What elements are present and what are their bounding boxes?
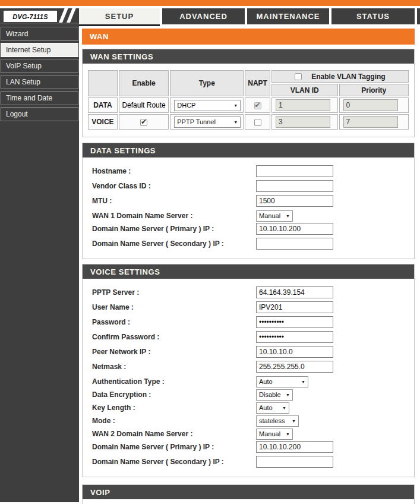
device-model-label: DVG-7111S: [4, 11, 57, 22]
form-row: Data Encryption : Disable▼: [92, 389, 414, 401]
peer-network-ip-input[interactable]: [256, 346, 333, 358]
form-row: User Name :: [92, 301, 414, 313]
authentication-type-select[interactable]: Auto▼: [256, 376, 308, 388]
vendor-class-id-label: Vendor Class ID :: [92, 182, 256, 190]
voice-priority-input: [343, 116, 398, 128]
user-name-input[interactable]: [256, 301, 333, 313]
voice-dns-secondary-label: Domain Name Server ( Secondary ) IP :: [92, 458, 256, 466]
mode-label: Mode :: [92, 417, 256, 425]
voice-settings-section: VOICE SETTINGS PPTP Server : User Name :…: [82, 264, 415, 477]
wan-settings-section: WAN SETTINGS Enable Type NAPT Enable VLA…: [82, 49, 415, 137]
sidebar-item-lan-setup[interactable]: LAN Setup: [1, 75, 78, 89]
wan1-dns-select[interactable]: Manual▼: [256, 210, 293, 222]
chevron-down-icon: ▼: [286, 432, 290, 436]
form-row: Peer Network IP :: [92, 346, 414, 358]
netmask-input[interactable]: [256, 361, 333, 373]
enable-vlan-tagging-checkbox[interactable]: [295, 73, 302, 80]
voice-enable-checkbox[interactable]: [140, 119, 147, 126]
chevron-down-icon: ▼: [286, 393, 290, 397]
tab-partial-sliver: [417, 8, 420, 24]
tab-advanced[interactable]: ADVANCED: [162, 8, 245, 24]
form-row: MTU :: [92, 195, 414, 207]
wan-row-voice: VOICE PPTP Tunnel▼: [88, 114, 409, 130]
wan-col-priority: Priority: [339, 84, 409, 96]
data-dns-primary-label: Domain Name Server ( Primary ) IP :: [92, 225, 256, 233]
sidebar-item-voip-setup[interactable]: VoIP Setup: [1, 59, 78, 73]
wan-col-type: Type: [170, 70, 244, 96]
wan-table: Enable Type NAPT Enable VLAN Tagging VLA…: [87, 69, 410, 131]
form-row: Domain Name Server ( Primary ) IP :: [92, 223, 414, 235]
data-napt-checkbox: [254, 102, 261, 109]
data-type-select[interactable]: DHCP▼: [174, 100, 241, 111]
voice-dns-primary-input[interactable]: [256, 441, 333, 453]
tab-status[interactable]: STATUS: [331, 8, 415, 24]
chevron-down-icon: ▼: [286, 214, 290, 218]
voip-header: VOIP: [83, 485, 414, 499]
data-dns-primary-input[interactable]: [256, 223, 333, 235]
wan-col-enable: Enable: [119, 70, 169, 96]
wan-row-voice-label: VOICE: [88, 114, 118, 130]
chevron-down-icon: ▼: [292, 419, 296, 423]
form-row: Hostname :: [92, 165, 414, 177]
sidebar-menu: Wizard Internet Setup VoIP Setup LAN Set…: [0, 24, 79, 121]
wan-row-data-label: DATA: [88, 97, 118, 113]
form-row: Netmask :: [92, 361, 414, 373]
sidebar-item-time-and-date[interactable]: Time and Date: [1, 91, 78, 105]
wan-col-vlan-tagging: Enable VLAN Tagging: [271, 70, 409, 83]
data-encryption-label: Data Encryption :: [92, 390, 256, 399]
voice-type-select[interactable]: PPTP Tunnel▼: [174, 116, 241, 128]
voice-napt-checkbox[interactable]: [254, 119, 261, 126]
form-row: Vendor Class ID :: [92, 180, 414, 192]
top-nav-tabs: SETUP ADVANCED MAINTENANCE STATUS: [79, 8, 420, 29]
sidebar-item-logout[interactable]: Logout: [1, 107, 78, 121]
key-length-select[interactable]: Auto▼: [256, 402, 289, 414]
voice-vlan-id-input: [276, 116, 330, 128]
key-length-label: Key Length :: [92, 404, 256, 412]
chevron-down-icon: ▼: [233, 120, 238, 124]
data-priority-input: [343, 99, 398, 111]
vendor-class-id-input[interactable]: [256, 180, 333, 192]
voip-section: VOIP Connection : VOICE▼: [82, 484, 415, 504]
wan2-dns-select[interactable]: Manual▼: [256, 429, 293, 440]
form-row: PPTP Server :: [92, 286, 414, 298]
data-settings-section: DATA SETTINGS Hostname : Vendor Class ID…: [82, 143, 415, 259]
wan-row-data: DATA Default Route DHCP▼: [88, 97, 409, 113]
form-row: Key Length : Auto▼: [92, 402, 414, 414]
form-row: Domain Name Server ( Secondary ) IP :: [92, 456, 414, 468]
tab-maintenance[interactable]: MAINTENANCE: [247, 8, 329, 24]
mode-select[interactable]: stateless▼: [256, 415, 299, 427]
form-row: Mode : stateless▼: [92, 415, 414, 427]
peer-network-ip-label: Peer Network IP :: [92, 348, 256, 356]
hostname-input[interactable]: [256, 165, 333, 177]
chevron-down-icon: ▼: [233, 103, 238, 108]
password-label: Password :: [92, 318, 256, 326]
voice-dns-primary-label: Domain Name Server ( Primary ) IP :: [92, 443, 256, 451]
password-input[interactable]: [256, 316, 333, 328]
wan-table-corner-cell: [88, 70, 118, 96]
chevron-down-icon: ▼: [282, 406, 286, 410]
wan-col-napt: NAPT: [245, 70, 270, 96]
confirm-password-input[interactable]: [256, 331, 333, 343]
form-row: Authentication Type : Auto▼: [92, 376, 414, 388]
main-content: WAN WAN SETTINGS Enable Type NAPT: [82, 29, 415, 504]
mtu-input[interactable]: [256, 195, 333, 207]
data-dns-secondary-label: Domain Name Server ( Secondary ) IP :: [92, 240, 256, 248]
form-row: Password :: [92, 316, 414, 328]
form-row: Domain Name Server ( Secondary ) IP :: [92, 238, 414, 250]
hostname-label: Hostname :: [92, 167, 256, 175]
pptp-server-input[interactable]: [256, 286, 333, 298]
data-encryption-select[interactable]: Disable▼: [256, 389, 293, 401]
sidebar-item-wizard[interactable]: Wizard: [1, 27, 78, 41]
netmask-label: Netmask :: [92, 363, 256, 371]
data-dns-secondary-input[interactable]: [256, 238, 333, 250]
chevron-down-icon: ▼: [301, 380, 305, 384]
tab-setup[interactable]: SETUP: [79, 8, 160, 26]
user-name-label: User Name :: [92, 303, 256, 311]
data-vlan-id-input: [276, 99, 330, 111]
voice-dns-secondary-input[interactable]: [256, 456, 333, 468]
sidebar-item-internet-setup[interactable]: Internet Setup: [1, 43, 78, 57]
mtu-label: MTU :: [92, 197, 256, 205]
form-row: WAN 1 Domain Name Server : Manual▼: [92, 210, 414, 222]
pptp-server-label: PPTP Server :: [92, 288, 256, 297]
wan2-dns-label: WAN 2 Domain Name Server :: [92, 430, 256, 438]
